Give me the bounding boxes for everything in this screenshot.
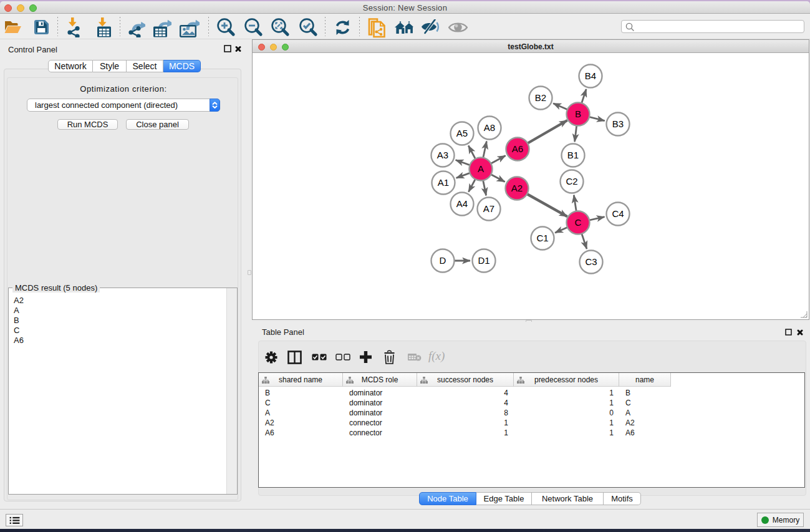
svg-text:A8: A8: [484, 122, 495, 133]
svg-text:B1: B1: [567, 150, 579, 160]
svg-text:A7: A7: [483, 203, 494, 214]
svg-text:B2: B2: [535, 92, 546, 103]
svg-text:C3: C3: [585, 256, 597, 267]
svg-text:A4: A4: [456, 198, 468, 209]
svg-text:D: D: [440, 255, 446, 266]
svg-text:A5: A5: [456, 128, 468, 138]
svg-text:C: C: [575, 217, 582, 228]
svg-text:A3: A3: [437, 150, 448, 160]
svg-text:A6: A6: [512, 143, 523, 154]
svg-text:B4: B4: [585, 70, 596, 81]
svg-text:A1: A1: [438, 177, 449, 188]
svg-text:C1: C1: [536, 233, 548, 243]
svg-text:C4: C4: [612, 208, 624, 219]
svg-text:D1: D1: [478, 255, 489, 266]
svg-text:A2: A2: [511, 183, 523, 193]
svg-text:B: B: [575, 109, 581, 119]
svg-text:A: A: [478, 163, 484, 174]
svg-text:C2: C2: [566, 176, 577, 186]
svg-text:B3: B3: [612, 118, 624, 129]
